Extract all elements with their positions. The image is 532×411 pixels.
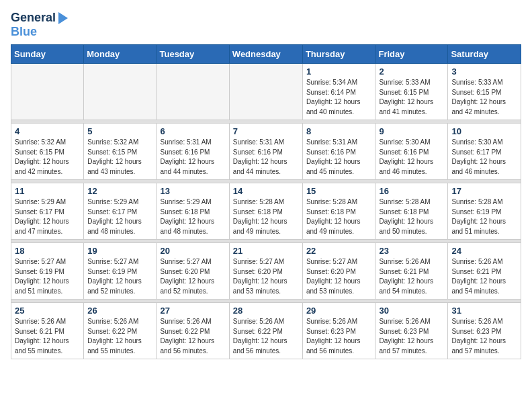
calendar-cell: 12Sunrise: 5:29 AM Sunset: 6:17 PM Dayli… [84,183,157,240]
calendar-cell: 23Sunrise: 5:26 AM Sunset: 6:21 PM Dayli… [375,243,448,300]
day-number: 17 [451,186,517,196]
day-number: 1 [306,66,372,77]
day-info: Sunrise: 5:28 AM Sunset: 6:19 PM Dayligh… [451,197,517,236]
calendar-cell: 9Sunrise: 5:30 AM Sunset: 6:16 PM Daylig… [375,124,448,180]
day-number: 29 [306,306,372,316]
day-number: 24 [451,246,517,256]
day-number: 6 [160,126,225,136]
day-info: Sunrise: 5:26 AM Sunset: 6:23 PM Dayligh… [451,317,517,356]
day-number: 12 [87,186,152,196]
day-number: 22 [306,246,372,256]
calendar-cell: 8Sunrise: 5:31 AM Sunset: 6:16 PM Daylig… [302,124,375,180]
day-info: Sunrise: 5:33 AM Sunset: 6:15 PM Dayligh… [379,78,444,117]
calendar-cell: 29Sunrise: 5:26 AM Sunset: 6:23 PM Dayli… [302,303,375,359]
day-number: 28 [233,306,299,316]
day-info: Sunrise: 5:31 AM Sunset: 6:16 PM Dayligh… [306,138,372,177]
calendar-cell: 11Sunrise: 5:29 AM Sunset: 6:17 PM Dayli… [11,183,84,240]
day-number: 19 [87,246,152,256]
day-number: 25 [15,306,80,316]
calendar-cell: 25Sunrise: 5:26 AM Sunset: 6:21 PM Dayli… [11,303,84,359]
calendar-week-row: 11Sunrise: 5:29 AM Sunset: 6:17 PM Dayli… [11,183,521,240]
day-number: 5 [87,126,152,136]
day-info: Sunrise: 5:26 AM Sunset: 6:22 PM Dayligh… [160,317,225,356]
calendar-cell: 10Sunrise: 5:30 AM Sunset: 6:17 PM Dayli… [448,124,521,180]
day-number: 7 [233,126,299,136]
logo-blue-text: Blue [11,25,37,39]
day-info: Sunrise: 5:30 AM Sunset: 6:17 PM Dayligh… [451,138,517,177]
day-number: 13 [160,186,225,196]
day-info: Sunrise: 5:34 AM Sunset: 6:14 PM Dayligh… [306,78,372,117]
logo-general-text: General [11,11,56,25]
day-info: Sunrise: 5:27 AM Sunset: 6:19 PM Dayligh… [87,257,152,296]
calendar-cell: 14Sunrise: 5:28 AM Sunset: 6:18 PM Dayli… [229,183,302,240]
weekday-header-saturday: Saturday [448,45,521,64]
day-number: 2 [379,66,444,77]
day-number: 16 [379,186,444,196]
day-info: Sunrise: 5:29 AM Sunset: 6:17 PM Dayligh… [15,197,80,236]
day-number: 31 [451,306,517,316]
day-number: 15 [306,186,372,196]
day-info: Sunrise: 5:28 AM Sunset: 6:18 PM Dayligh… [233,197,299,236]
calendar-cell: 20Sunrise: 5:27 AM Sunset: 6:20 PM Dayli… [157,243,229,300]
day-info: Sunrise: 5:32 AM Sunset: 6:15 PM Dayligh… [15,138,80,177]
day-number: 11 [15,186,80,196]
day-number: 9 [379,126,444,136]
calendar-cell: 16Sunrise: 5:28 AM Sunset: 6:18 PM Dayli… [375,183,448,240]
day-info: Sunrise: 5:29 AM Sunset: 6:18 PM Dayligh… [160,197,225,236]
weekday-header-thursday: Thursday [302,45,375,64]
calendar-cell: 3Sunrise: 5:33 AM Sunset: 6:15 PM Daylig… [448,64,521,120]
weekday-header-friday: Friday [375,45,448,64]
day-info: Sunrise: 5:26 AM Sunset: 6:23 PM Dayligh… [306,317,372,356]
weekday-header-monday: Monday [84,45,157,64]
calendar-cell: 17Sunrise: 5:28 AM Sunset: 6:19 PM Dayli… [448,183,521,240]
page-header: General Blue [11,11,521,39]
calendar-header-row: SundayMondayTuesdayWednesdayThursdayFrid… [11,45,521,64]
day-number: 10 [451,126,517,136]
calendar-cell: 26Sunrise: 5:26 AM Sunset: 6:22 PM Dayli… [84,303,157,359]
day-info: Sunrise: 5:26 AM Sunset: 6:22 PM Dayligh… [87,317,152,356]
day-info: Sunrise: 5:28 AM Sunset: 6:18 PM Dayligh… [379,197,444,236]
day-number: 4 [15,126,80,136]
day-number: 14 [233,186,299,196]
weekday-header-sunday: Sunday [11,45,84,64]
day-info: Sunrise: 5:26 AM Sunset: 6:21 PM Dayligh… [451,257,517,296]
day-number: 8 [306,126,372,136]
day-info: Sunrise: 5:31 AM Sunset: 6:16 PM Dayligh… [233,138,299,177]
calendar-cell: 7Sunrise: 5:31 AM Sunset: 6:16 PM Daylig… [229,124,302,180]
day-info: Sunrise: 5:26 AM Sunset: 6:21 PM Dayligh… [15,317,80,356]
calendar-cell: 31Sunrise: 5:26 AM Sunset: 6:23 PM Dayli… [448,303,521,359]
calendar-week-row: 18Sunrise: 5:27 AM Sunset: 6:19 PM Dayli… [11,243,521,300]
calendar-week-row: 1Sunrise: 5:34 AM Sunset: 6:14 PM Daylig… [11,64,521,120]
calendar-cell [84,64,157,120]
calendar-cell: 27Sunrise: 5:26 AM Sunset: 6:22 PM Dayli… [157,303,229,359]
day-number: 26 [87,306,152,316]
calendar-cell: 21Sunrise: 5:27 AM Sunset: 6:20 PM Dayli… [229,243,302,300]
calendar-cell [11,64,84,120]
calendar-cell: 13Sunrise: 5:29 AM Sunset: 6:18 PM Dayli… [157,183,229,240]
day-info: Sunrise: 5:27 AM Sunset: 6:20 PM Dayligh… [233,257,299,296]
calendar-cell [229,64,302,120]
day-info: Sunrise: 5:26 AM Sunset: 6:22 PM Dayligh… [233,317,299,356]
calendar-cell: 5Sunrise: 5:32 AM Sunset: 6:15 PM Daylig… [84,124,157,180]
day-info: Sunrise: 5:28 AM Sunset: 6:18 PM Dayligh… [306,197,372,236]
logo: General Blue [11,11,68,39]
day-number: 20 [160,246,225,256]
weekday-header-tuesday: Tuesday [157,45,229,64]
day-number: 30 [379,306,444,316]
weekday-header-wednesday: Wednesday [229,45,302,64]
day-info: Sunrise: 5:27 AM Sunset: 6:19 PM Dayligh… [15,257,80,296]
logo-arrow-icon [58,12,68,24]
calendar-cell: 15Sunrise: 5:28 AM Sunset: 6:18 PM Dayli… [302,183,375,240]
day-number: 27 [160,306,225,316]
calendar-cell: 4Sunrise: 5:32 AM Sunset: 6:15 PM Daylig… [11,124,84,180]
day-number: 3 [451,66,517,77]
day-info: Sunrise: 5:33 AM Sunset: 6:15 PM Dayligh… [451,78,517,117]
day-number: 23 [379,246,444,256]
day-info: Sunrise: 5:26 AM Sunset: 6:23 PM Dayligh… [379,317,444,356]
calendar-cell: 22Sunrise: 5:27 AM Sunset: 6:20 PM Dayli… [302,243,375,300]
day-info: Sunrise: 5:26 AM Sunset: 6:21 PM Dayligh… [379,257,444,296]
calendar-cell: 1Sunrise: 5:34 AM Sunset: 6:14 PM Daylig… [302,64,375,120]
calendar-week-row: 25Sunrise: 5:26 AM Sunset: 6:21 PM Dayli… [11,303,521,359]
day-number: 18 [15,246,80,256]
day-info: Sunrise: 5:32 AM Sunset: 6:15 PM Dayligh… [87,138,152,177]
